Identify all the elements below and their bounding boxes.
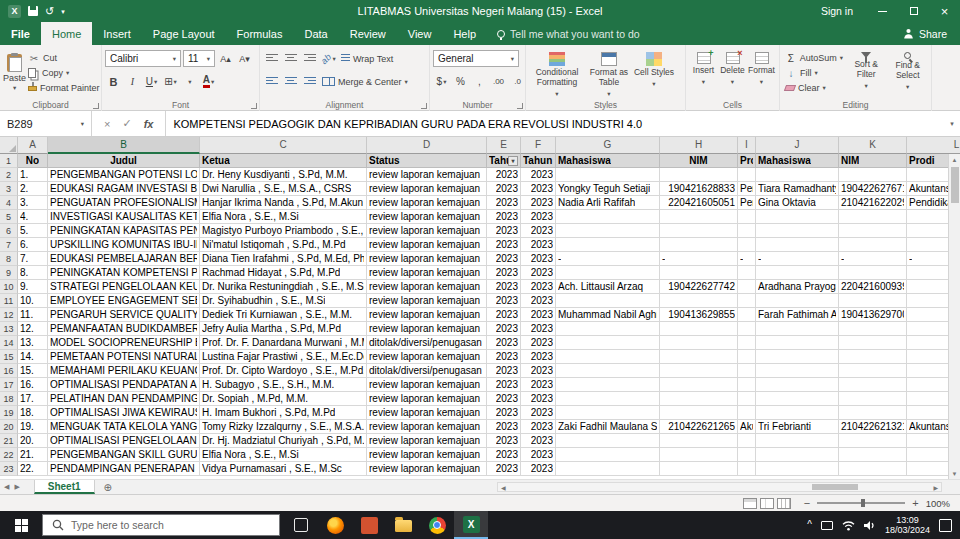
cell-I15[interactable] bbox=[738, 350, 756, 364]
cell-I13[interactable] bbox=[738, 322, 756, 336]
cell-G6[interactable] bbox=[556, 224, 660, 238]
cell-E5[interactable]: 2023 bbox=[487, 210, 521, 224]
cell-B1[interactable]: Judul bbox=[48, 154, 200, 168]
cell-C14[interactable]: Prof. Dr. F. Danardana Murwani , M.M bbox=[200, 336, 367, 350]
cell-J21[interactable] bbox=[756, 434, 839, 448]
column-header-B[interactable]: B bbox=[48, 137, 200, 154]
normal-view-button[interactable] bbox=[743, 498, 757, 509]
cell-I14[interactable] bbox=[738, 336, 756, 350]
paste-dropdown-icon[interactable]: ▾ bbox=[13, 84, 16, 92]
number-dialog-launcher[interactable] bbox=[517, 103, 523, 109]
cell-B6[interactable]: PENINGKATAN KAPASITAS PENGELO bbox=[48, 224, 200, 238]
cell-F20[interactable]: 2023 bbox=[521, 420, 556, 434]
tab-page-layout[interactable]: Page Layout bbox=[142, 22, 226, 45]
cell-D12[interactable]: review laporan kemajuan bbox=[367, 308, 487, 322]
cell-D19[interactable]: review laporan kemajuan bbox=[367, 406, 487, 420]
hscroll-right-icon[interactable]: ▶ bbox=[930, 484, 941, 491]
row-header-1[interactable]: 1 bbox=[0, 154, 18, 168]
cell-F12[interactable]: 2023 bbox=[521, 308, 556, 322]
cell-C2[interactable]: Dr. Heny Kusdiyanti , S.Pd, M.M. bbox=[200, 168, 367, 182]
cell-B5[interactable]: INVESTIGASI KAUSALITAS KETERKAI bbox=[48, 210, 200, 224]
action-center-icon[interactable] bbox=[939, 519, 952, 532]
row-header-6[interactable]: 6 bbox=[0, 224, 18, 238]
cell-I18[interactable] bbox=[738, 392, 756, 406]
cell-C17[interactable]: H. Subagyo , S.E., S.H., M.M. bbox=[200, 378, 367, 392]
cell-E9[interactable]: 2023 bbox=[487, 266, 521, 280]
fill-color-button[interactable]: ▾ bbox=[181, 73, 198, 90]
cell-B14[interactable]: MODEL SOCIOPRENEURSHIP BERBA bbox=[48, 336, 200, 350]
cell-D15[interactable]: review laporan kemajuan bbox=[367, 350, 487, 364]
conditional-formatting-button[interactable]: Conditional Formatting▾ bbox=[529, 48, 585, 98]
cell-I21[interactable] bbox=[738, 434, 756, 448]
cell-B23[interactable]: PENDAMPINGAN PENERAPAN BASI bbox=[48, 462, 200, 476]
copy-button[interactable]: Copy▾ bbox=[26, 66, 102, 81]
cell-D18[interactable]: review laporan kemajuan bbox=[367, 392, 487, 406]
cell-C22[interactable]: Elfia Nora , S.E., M.Si bbox=[200, 448, 367, 462]
find-select-button[interactable]: Find & Select▾ bbox=[887, 48, 928, 98]
cell-A6[interactable]: 5. bbox=[18, 224, 48, 238]
format-cells-button[interactable]: Format▾ bbox=[747, 48, 776, 98]
cell-D23[interactable]: review laporan kemajuan bbox=[367, 462, 487, 476]
cell-F22[interactable]: 2023 bbox=[521, 448, 556, 462]
cell-A1[interactable]: No bbox=[18, 154, 48, 168]
row-header-15[interactable]: 15 bbox=[0, 350, 18, 364]
minimize-button[interactable] bbox=[867, 0, 898, 22]
cell-A17[interactable]: 16. bbox=[18, 378, 48, 392]
cell-J6[interactable] bbox=[756, 224, 839, 238]
cell-E4[interactable]: 2023 bbox=[487, 196, 521, 210]
font-name-select[interactable]: Calibri▾ bbox=[105, 50, 181, 67]
cell-C9[interactable]: Rachmad Hidayat , S.Pd, M.Pd bbox=[200, 266, 367, 280]
cell-A21[interactable]: 20. bbox=[18, 434, 48, 448]
cell-K9[interactable] bbox=[839, 266, 907, 280]
cell-B18[interactable]: PELATIHAN DAN PENDAMPINGAN P bbox=[48, 392, 200, 406]
cancel-icon[interactable]: × bbox=[104, 118, 110, 130]
cell-J16[interactable] bbox=[756, 364, 839, 378]
cell-D11[interactable]: review laporan kemajuan bbox=[367, 294, 487, 308]
cell-E10[interactable]: 2023 bbox=[487, 280, 521, 294]
vscroll-thumb[interactable] bbox=[951, 167, 959, 203]
font-dialog-launcher[interactable] bbox=[251, 103, 257, 109]
cell-G20[interactable]: Zaki Fadhil Maulana Su bbox=[556, 420, 660, 434]
name-box[interactable]: B289▾ bbox=[0, 111, 92, 136]
column-header-I[interactable]: I bbox=[738, 137, 756, 154]
cell-I22[interactable] bbox=[738, 448, 756, 462]
clipboard-dialog-launcher[interactable] bbox=[93, 103, 99, 109]
cell-E20[interactable]: 2023 bbox=[487, 420, 521, 434]
zoom-out-button[interactable]: − bbox=[804, 497, 810, 509]
delete-cells-button[interactable]: × Delete▾ bbox=[718, 48, 747, 98]
column-header-K[interactable]: K bbox=[839, 137, 907, 154]
cell-C4[interactable]: Hanjar Ikrima Nanda , S.Pd, M.Akun bbox=[200, 196, 367, 210]
zoom-slider[interactable] bbox=[817, 502, 905, 504]
cell-B13[interactable]: PEMANFAATAN BUDIKDAMBER DI L bbox=[48, 322, 200, 336]
cell-G10[interactable]: Ach. Littausil Arzaq bbox=[556, 280, 660, 294]
cell-B8[interactable]: EDUKASI PEMBELAJARAN BERBASIS bbox=[48, 252, 200, 266]
cell-I7[interactable] bbox=[738, 238, 756, 252]
cell-D1[interactable]: Status bbox=[367, 154, 487, 168]
cell-K22[interactable] bbox=[839, 448, 907, 462]
cell-F10[interactable]: 2023 bbox=[521, 280, 556, 294]
cell-K15[interactable] bbox=[839, 350, 907, 364]
firefox-taskbar-button[interactable] bbox=[318, 511, 352, 539]
task-view-button[interactable] bbox=[284, 511, 318, 539]
cell-I1[interactable]: Prodi bbox=[738, 154, 756, 168]
vscroll-up-icon[interactable]: ▲ bbox=[952, 154, 958, 165]
cell-E2[interactable]: 2023 bbox=[487, 168, 521, 182]
cell-H1[interactable]: NIM bbox=[660, 154, 738, 168]
column-header-A[interactable]: A bbox=[18, 137, 48, 154]
cell-F3[interactable]: 2023 bbox=[521, 182, 556, 196]
sheet-nav-next-icon[interactable]: ▶ bbox=[14, 483, 19, 491]
cell-K6[interactable] bbox=[839, 224, 907, 238]
cell-I8[interactable]: - bbox=[738, 252, 756, 266]
cell-C13[interactable]: Jefry Aulia Martha , S.Pd, M.Pd bbox=[200, 322, 367, 336]
row-header-19[interactable]: 19 bbox=[0, 406, 18, 420]
cell-F11[interactable]: 2023 bbox=[521, 294, 556, 308]
cell-G2[interactable] bbox=[556, 168, 660, 182]
autosum-button[interactable]: ΣAutoSum▾ bbox=[783, 51, 845, 66]
row-header-7[interactable]: 7 bbox=[0, 238, 18, 252]
cell-B16[interactable]: MEMAHAMI PERILAKU KEUANGAN I bbox=[48, 364, 200, 378]
cell-H8[interactable]: - bbox=[660, 252, 738, 266]
column-header-G[interactable]: G bbox=[556, 137, 660, 154]
taskbar-clock[interactable]: 13:0918/03/2024 bbox=[885, 515, 930, 536]
cell-A2[interactable]: 1. bbox=[18, 168, 48, 182]
cell-H6[interactable] bbox=[660, 224, 738, 238]
